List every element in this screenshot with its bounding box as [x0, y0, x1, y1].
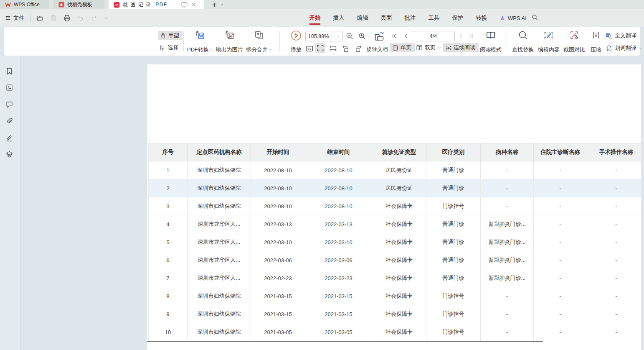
menu-tab-page[interactable]: 页面: [381, 9, 392, 27]
undo-redo-chevron-icon[interactable]: [104, 16, 108, 20]
table-cell: 新冠肺炎门诊...: [481, 269, 534, 287]
zoom-level-combobox[interactable]: 105.88%: [305, 31, 343, 41]
table-cell: 新冠肺炎门诊...: [481, 251, 534, 269]
table-row[interactable]: 5深圳市龙华区人...2022-03-102022-03-10社会保障卡普通门诊…: [148, 233, 641, 251]
export-image-button[interactable]: 输出为图片: [216, 30, 243, 54]
read-mode-icon: [486, 30, 496, 40]
menu-tab-home[interactable]: 开始: [309, 9, 321, 27]
table-cell: -: [534, 287, 587, 305]
word-translate-button[interactable]: 文A 划词翻译: [606, 44, 642, 52]
menu-tab-comment[interactable]: 批注: [405, 9, 416, 27]
table-cell: 深圳市龙华区人...: [188, 269, 251, 287]
double-page-label: 双页: [425, 44, 436, 51]
rotate-document-label[interactable]: 旋转文档: [366, 46, 388, 53]
table-row[interactable]: 9深圳市妇幼保健院2021-03-152021-03-15社会保障卡门诊挂号--…: [148, 305, 641, 323]
split-merge-button[interactable]: 拆分合并: [246, 30, 272, 54]
hand-tool-label: 手型: [168, 32, 179, 39]
screenshot-compare-button[interactable]: 截图对比: [563, 30, 585, 54]
edit-content-button[interactable]: 编辑内容: [538, 30, 560, 54]
next-page-icon[interactable]: [457, 33, 464, 39]
table-cell: 居民身份证: [372, 179, 426, 197]
page-number-input[interactable]: 4/4: [412, 31, 455, 41]
fit-width-button[interactable]: [315, 43, 325, 53]
rotate-right-icon[interactable]: [355, 45, 363, 53]
zoom-out-icon[interactable]: [345, 32, 354, 40]
table-cell: 4: [149, 215, 188, 233]
screen-share-icon[interactable]: [181, 2, 188, 8]
table-row[interactable]: 10深圳市妇幼保健院2021-03-052021-03-05社会保障卡门诊挂号-…: [148, 323, 641, 341]
table-row[interactable]: 4深圳市龙华区人...2022-03-132022-03-13社会保障卡普通门诊…: [148, 215, 641, 233]
tab-document-pdf[interactable]: P 就 医 记 录 .PDF: [109, 0, 204, 9]
table-row[interactable]: 2深圳市妇幼保健院2022-08-102022-08-10居民身份证普通门诊--…: [148, 179, 641, 197]
table-cell: -: [481, 161, 534, 179]
table-cell: -: [481, 197, 534, 215]
table-cell: 普通门诊: [426, 251, 481, 269]
read-mode-label: 阅读模式: [480, 46, 502, 54]
new-tab-icon[interactable]: [211, 2, 218, 8]
table-cell: 5: [149, 233, 188, 251]
word-translate-icon: 文A: [606, 45, 613, 52]
table-row[interactable]: 7深圳市龙华区人...2022-02-232022-02-23社会保障卡普通门诊…: [148, 269, 641, 287]
tab-label: WPS Office: [14, 2, 40, 8]
zoom-in-icon[interactable]: [358, 32, 366, 40]
thumbnail-icon[interactable]: [5, 84, 13, 92]
menu-tab-convert[interactable]: 转换: [476, 9, 487, 27]
open-file-icon[interactable]: [36, 15, 43, 22]
compress-button[interactable]: 压缩: [591, 30, 601, 54]
menu-tab-insert[interactable]: 插入: [333, 9, 345, 27]
hand-tool-button[interactable]: 手型: [158, 31, 183, 40]
pdf-convert-button[interactable]: PDF转换: [187, 30, 213, 54]
table-cell: 普通门诊: [426, 179, 481, 197]
close-tab-icon[interactable]: [191, 2, 196, 7]
wps-ai-button[interactable]: WPS AI: [499, 9, 527, 27]
full-translate-button[interactable]: A 全文翻译: [606, 32, 636, 39]
export-image-label: 输出为图片: [216, 46, 243, 54]
rotate-left-icon[interactable]: [342, 45, 350, 53]
menu-tab-protect[interactable]: 保护: [452, 9, 464, 27]
compress-label: 压缩: [591, 46, 601, 54]
attachment-icon[interactable]: [5, 117, 13, 125]
read-mode-button[interactable]: 阅读模式: [480, 30, 502, 54]
first-page-icon[interactable]: [391, 33, 398, 39]
rotate-document-icon[interactable]: [374, 31, 385, 41]
menu-tab-edit[interactable]: 编辑: [357, 9, 368, 27]
table-cell: -: [481, 179, 534, 197]
tab-wps-office[interactable]: WPS Office: [0, 0, 49, 9]
zoom-level-value: 105.88%: [308, 33, 329, 39]
last-page-icon[interactable]: [468, 33, 474, 39]
table-cell: 2022-08-10: [305, 179, 372, 197]
undo-icon[interactable]: [77, 15, 84, 21]
print-icon[interactable]: [63, 15, 71, 22]
single-page-button[interactable]: 单页: [390, 43, 415, 52]
tab-list-chevron-icon[interactable]: [220, 3, 223, 6]
prev-page-icon[interactable]: [403, 33, 410, 39]
play-button[interactable]: 播放: [291, 30, 302, 54]
table-cell: -: [587, 179, 641, 197]
file-menu-button[interactable]: 文件: [5, 14, 24, 22]
save-icon[interactable]: [50, 15, 57, 21]
column-header: 开始时间: [251, 143, 305, 161]
table-cell: -: [587, 323, 641, 341]
fit-page-icon[interactable]: [330, 45, 337, 53]
table-header-row: 序号定点医药机构名称开始时间结束时间就诊凭证类型医疗类别病种名称住院主诊断名称手…: [148, 143, 641, 161]
find-replace-button[interactable]: 查找替换: [512, 30, 534, 54]
layers-icon[interactable]: [5, 151, 13, 158]
file-menu-label: 文件: [13, 14, 24, 22]
menu-tab-tools[interactable]: 工具: [428, 9, 440, 27]
table-cell: -: [534, 305, 587, 323]
menu-search-icon[interactable]: [531, 14, 538, 21]
tab-docer-templates[interactable]: 找稻壳模板: [53, 0, 104, 9]
table-row[interactable]: 1深圳市妇幼保健院2022-08-102022-08-10居民身份证普通门诊--…: [148, 161, 641, 179]
table-row[interactable]: 8深圳市妇幼保健院2021-03-152021-03-15社会保障卡门诊挂号--…: [148, 287, 641, 305]
annotate-icon[interactable]: [5, 134, 13, 142]
double-page-button[interactable]: 双页: [416, 44, 441, 51]
select-tool-button[interactable]: 选择: [159, 44, 178, 51]
table-row[interactable]: 6深圳市龙华区人...2022-03-062022-03-06社会保障卡普通门诊…: [148, 251, 641, 269]
table-row[interactable]: 3深圳市妇幼保健院2022-08-102022-08-10社会保障卡门诊挂号--…: [148, 197, 641, 215]
actual-size-icon[interactable]: 1:1: [306, 45, 314, 53]
continuous-reading-button[interactable]: 连续阅读: [443, 43, 479, 52]
comment-icon[interactable]: [5, 100, 13, 108]
redo-icon[interactable]: [91, 15, 97, 21]
table-cell: -: [534, 161, 587, 179]
bookmark-icon[interactable]: [5, 67, 13, 75]
